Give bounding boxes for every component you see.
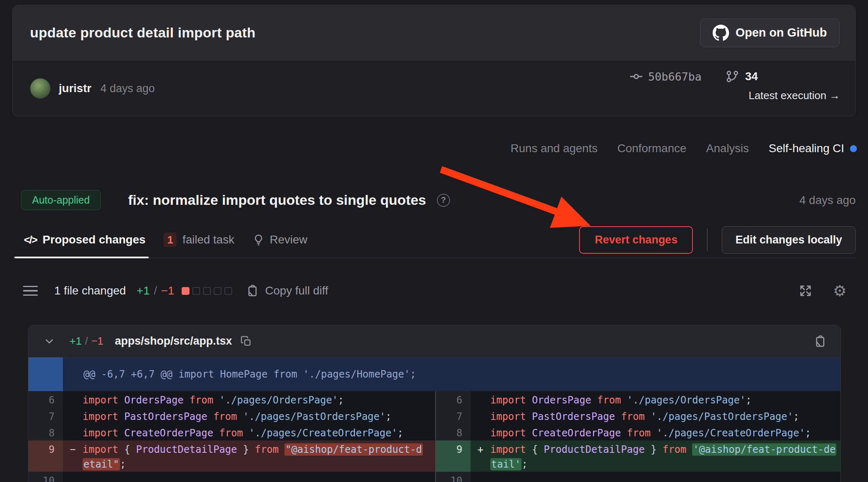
code-text: import OrdersPage from './pages/OrdersPa… xyxy=(83,391,435,408)
file-additions: +1 xyxy=(69,335,82,348)
code-icon: </> xyxy=(24,234,37,246)
nav-item-label: Conformance xyxy=(617,142,686,155)
open-on-github-button[interactable]: Open on GitHub xyxy=(700,19,840,47)
nav-item-self-healing-ci[interactable]: Self-healing CI xyxy=(769,142,857,155)
diff-line-left: 9−import { ProductDetailPage } from "@ai… xyxy=(28,440,435,472)
nav-item-runs-and-agents[interactable]: Runs and agents xyxy=(510,142,598,155)
nav-item-analysis[interactable]: Analysis xyxy=(706,142,749,155)
line-number[interactable]: 9 xyxy=(436,440,471,472)
line-number[interactable]: 9 xyxy=(28,440,63,472)
copy-full-diff-label: Copy full diff xyxy=(265,284,328,297)
toolbar-deletions: −1 xyxy=(161,284,174,297)
diff-line-right: 6import OrdersPage from './pages/OrdersP… xyxy=(436,391,840,408)
avatar[interactable] xyxy=(30,78,51,99)
commit-title: update product detail import path xyxy=(30,25,256,41)
copy-file-diff-icon[interactable] xyxy=(813,335,826,348)
notification-dot-icon xyxy=(850,145,857,152)
hunk-text: @@ -6,7 +6,7 @@ import HomePage from './… xyxy=(83,357,416,391)
line-number[interactable]: 10 xyxy=(28,472,63,482)
diff-marker xyxy=(63,391,83,408)
file-deletions: −1 xyxy=(91,335,104,348)
file-slash: / xyxy=(85,335,88,348)
gear-icon: ⚙ xyxy=(833,283,847,299)
code-text: import OrdersPage from './pages/OrdersPa… xyxy=(490,391,840,408)
diff-line-left: 10 xyxy=(28,472,435,482)
commit-icon xyxy=(629,70,643,83)
code-text: import { ProductDetailPage } from '@aish… xyxy=(490,440,840,472)
nav-item-conformance[interactable]: Conformance xyxy=(617,142,686,155)
diff-marker xyxy=(471,391,490,408)
copy-path-icon[interactable] xyxy=(240,336,252,347)
commit-sha[interactable]: 50b667ba xyxy=(648,70,702,83)
auto-applied-badge: Auto-applied xyxy=(21,190,101,210)
open-on-github-label: Open on GitHub xyxy=(736,26,827,39)
diff-rows: 6import OrdersPage from './pages/OrdersP… xyxy=(28,391,840,482)
nav-item-label: Self-healing CI xyxy=(769,142,844,155)
diff-marker xyxy=(471,408,490,424)
commit-time: 4 days ago xyxy=(100,82,155,95)
copy-full-diff-button[interactable]: Copy full diff xyxy=(246,284,328,297)
fix-row: Auto-applied fix: normalize import quote… xyxy=(21,190,856,210)
code-text: import CreateOrderPage from './pages/Cre… xyxy=(490,424,840,440)
tab-failed-task[interactable]: 1 failed task xyxy=(164,232,234,247)
diff-stat-blocks xyxy=(182,287,232,295)
diff-marker: − xyxy=(63,440,83,472)
files-changed-label: 1 file changed xyxy=(54,284,126,297)
fix-time: 4 days ago xyxy=(799,194,856,207)
hunk-gutter-block xyxy=(28,357,63,391)
tabs-row: </> Proposed changes 1 failed task Revie… xyxy=(12,222,856,258)
chevron-down-icon[interactable] xyxy=(43,335,55,348)
diff-line-left: 6import OrdersPage from './pages/OrdersP… xyxy=(28,391,435,408)
toolbar-additions: +1 xyxy=(136,284,150,297)
diff-line-left: 7import PastOrdersPage from './pages/Pas… xyxy=(28,408,435,424)
clipboard-icon xyxy=(246,284,259,297)
line-number[interactable]: 10 xyxy=(436,472,471,482)
revert-changes-button[interactable]: Revert changes xyxy=(579,226,693,254)
branch-icon xyxy=(725,70,739,83)
tab-failed-task-label: failed task xyxy=(182,233,234,246)
code-text: import PastOrdersPage from './pages/Past… xyxy=(83,408,435,424)
self-healing-ci-page: update product detail import path Open o… xyxy=(0,0,868,482)
diff-line-left: 8import CreateOrderPage from './pages/Cr… xyxy=(28,424,435,440)
line-number[interactable]: 7 xyxy=(28,408,63,424)
line-number[interactable]: 6 xyxy=(436,391,471,408)
diff-marker xyxy=(471,424,490,440)
latest-execution-link[interactable]: Latest execution → xyxy=(629,89,840,102)
commit-card-body: juristr 4 days ago 50b667ba 34 Latest ex… xyxy=(13,60,855,116)
line-number[interactable]: 8 xyxy=(28,424,63,440)
edit-changes-locally-button[interactable]: Edit changes locally xyxy=(722,226,856,254)
commit-meta: 50b667ba 34 Latest execution → xyxy=(629,70,840,102)
fullscreen-icon xyxy=(799,284,813,298)
diff-marker: + xyxy=(471,440,490,472)
lightbulb-icon xyxy=(252,234,265,246)
file-path: apps/shop/src/app.tsx xyxy=(115,335,232,348)
code-text xyxy=(83,472,435,482)
diff-stat-block-empty xyxy=(192,287,200,295)
failed-count-badge: 1 xyxy=(164,232,177,247)
nav: Runs and agentsConformanceAnalysisSelf-h… xyxy=(510,142,857,155)
branch-count[interactable]: 34 xyxy=(745,70,758,83)
code-text xyxy=(490,472,840,482)
help-icon[interactable]: ? xyxy=(437,194,450,207)
diff-file-header: +1 / −1 apps/shop/src/app.tsx xyxy=(28,325,840,357)
file-list-menu-icon[interactable] xyxy=(23,283,38,299)
tab-proposed-changes[interactable]: </> Proposed changes xyxy=(24,233,145,246)
line-number[interactable]: 8 xyxy=(436,424,471,440)
line-number[interactable]: 6 xyxy=(28,391,63,408)
active-tab-underline xyxy=(14,257,149,258)
diff-line-right: 9+import { ProductDetailPage } from '@ai… xyxy=(436,440,840,472)
nav-item-label: Analysis xyxy=(706,142,749,155)
code-text: import CreateOrderPage from './pages/Cre… xyxy=(83,424,435,440)
fullscreen-button[interactable] xyxy=(799,284,813,298)
diff-marker xyxy=(63,408,83,424)
diff-row: 6import OrdersPage from './pages/OrdersP… xyxy=(28,391,840,408)
github-icon xyxy=(713,25,729,41)
tab-review[interactable]: Review xyxy=(252,233,307,246)
tab-review-label: Review xyxy=(270,233,307,246)
line-number[interactable]: 7 xyxy=(436,408,471,424)
diff-toolbar: 1 file changed +1 / −1 Copy full diff ⚙ xyxy=(12,276,856,305)
diff-line-right: 7import PastOrdersPage from './pages/Pas… xyxy=(436,408,840,424)
settings-button[interactable]: ⚙ xyxy=(833,283,847,299)
diff-row: 7import PastOrdersPage from './pages/Pas… xyxy=(28,408,840,424)
diff-marker xyxy=(63,472,83,482)
